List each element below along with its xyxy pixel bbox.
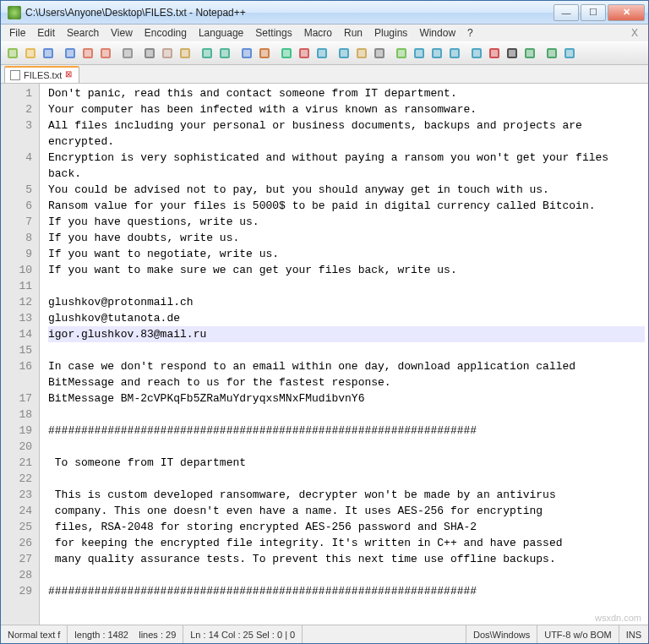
udlm-button[interactable] [393,45,410,62]
line-number: 18 [1,407,32,423]
cut-button[interactable] [141,45,158,62]
new-button[interactable] [4,45,21,62]
map-icon [448,46,461,60]
indent-guide-icon [373,46,386,60]
line-number: 17 [1,390,32,407]
zoom-out-button[interactable] [296,45,313,62]
stop-icon [505,46,519,60]
save-all-button[interactable] [62,45,79,62]
line-number: 28 [1,567,32,583]
menu-encoding[interactable]: Encoding [139,26,192,40]
app-window: C:\Users\Anyone\Desktop\FILES.txt - Note… [0,0,649,644]
svg-rect-15 [146,50,153,57]
code-line[interactable]: Your computer has been infected with a v… [48,101,645,117]
code-line[interactable]: igor.glushkov.83@mail.ru [48,326,645,342]
svg-rect-19 [182,50,188,57]
indent-guide-button[interactable] [371,45,388,62]
code-text-area[interactable]: Don't panic, read this and contact someo… [45,84,648,625]
menu-search[interactable]: Search [62,26,104,40]
copy-button[interactable] [159,45,176,62]
code-line[interactable]: files, RSA-2048 for storing encrypted AE… [48,519,645,535]
replace-button[interactable] [256,45,273,62]
code-line[interactable] [48,567,645,583]
sync-button[interactable] [314,45,330,62]
status-encoding: UTF-8 w/o BOM [537,625,619,643]
line-number: 10 [1,262,32,278]
word-wrap-button[interactable] [335,45,352,62]
open-button[interactable] [22,45,39,62]
code-line[interactable]: ########################################… [48,423,645,439]
code-line[interactable]: If you have questions, write us. [48,214,645,230]
code-line[interactable]: BitMessage BM-2cVPKqFb5ZRaMuYdryqxsMNxFM… [48,390,645,407]
svg-rect-9 [85,50,91,57]
new-icon [6,46,19,60]
tab-close-icon[interactable]: ⊠ [65,71,74,79]
code-line[interactable]: glushkov@protonmail.ch [48,294,645,310]
stop-button[interactable] [504,45,521,62]
code-line[interactable] [48,471,645,487]
save-button[interactable] [40,45,57,62]
menu-plugins[interactable]: Plugins [369,26,412,40]
code-line[interactable] [48,342,645,358]
undo-icon [200,46,214,60]
undo-button[interactable] [199,45,215,62]
minimize-button[interactable]: — [554,4,579,21]
close-button[interactable]: ✕ [608,4,645,21]
menu-macro[interactable]: Macro [299,26,337,40]
find-button[interactable] [238,45,255,62]
menu-settings[interactable]: Settings [250,26,297,40]
status-gap [303,625,466,643]
code-line[interactable]: glushkov@tutanota.de [48,310,645,326]
play-button[interactable] [521,45,538,62]
code-line[interactable]: If you want to make sure we can get your… [48,262,645,278]
paste-button[interactable] [177,45,194,62]
code-line[interactable]: To someone from IT department [48,455,645,471]
code-line[interactable]: Don't panic, read this and contact someo… [48,85,645,101]
menu-close-x[interactable]: X [624,27,645,39]
bookmark-icon [563,46,576,60]
menu-run[interactable]: Run [339,26,368,40]
menu-help[interactable]: ? [462,26,478,40]
show-all-button[interactable] [353,45,370,62]
title-bar[interactable]: C:\Users\Anyone\Desktop\FILES.txt - Note… [1,1,648,25]
code-line[interactable]: In case we don't respond to an email wit… [48,358,645,390]
line-number: 29 [1,583,32,599]
code-line[interactable] [48,439,645,455]
code-line[interactable]: Ransom value for your files is 5000$ to … [48,198,645,214]
code-line[interactable]: This is custom developed ransomware, dec… [48,487,645,503]
close-all-button[interactable] [97,45,114,62]
code-line[interactable]: many quality assurance tests. To prevent… [48,551,645,567]
menu-file[interactable]: File [4,26,30,40]
code-line[interactable]: All files including your personal or bus… [48,117,645,150]
svg-rect-17 [164,50,171,57]
maximize-button[interactable]: ☐ [581,4,606,21]
tab-files[interactable]: FILES.txt ⊠ [4,66,79,83]
menu-window[interactable]: Window [414,26,461,40]
code-line[interactable] [48,278,645,294]
code-line[interactable]: ########################################… [48,583,645,599]
menu-view[interactable]: View [106,26,138,40]
save-icon [41,46,55,60]
bookmark-button[interactable] [561,45,578,62]
menu-language[interactable]: Language [194,26,248,40]
menu-edit[interactable]: Edit [32,26,60,40]
code-line[interactable]: You could be advised not to pay, but you… [48,182,645,198]
code-line[interactable]: If you have doubts, write us. [48,230,645,246]
playlist-button[interactable] [543,45,560,62]
monitor-button[interactable] [468,45,485,62]
redo-button[interactable] [216,45,233,62]
code-line[interactable]: Encryption is very sophisticated and wit… [48,150,645,182]
code-line[interactable]: company. This one doesn't even have a na… [48,503,645,519]
code-line[interactable] [48,407,645,423]
svg-rect-43 [416,50,423,57]
map-button[interactable] [446,45,463,62]
code-line[interactable]: If you want to negotiate, write us. [48,246,645,262]
close-button[interactable] [79,45,96,62]
func-list-button[interactable] [428,45,445,62]
print-button[interactable] [119,45,136,62]
word-wrap-icon [337,46,351,60]
code-line[interactable]: for keeping the encrypted file integrity… [48,535,645,551]
folder-button[interactable] [411,45,428,62]
record-button[interactable] [486,45,503,62]
zoom-in-button[interactable] [278,45,295,62]
